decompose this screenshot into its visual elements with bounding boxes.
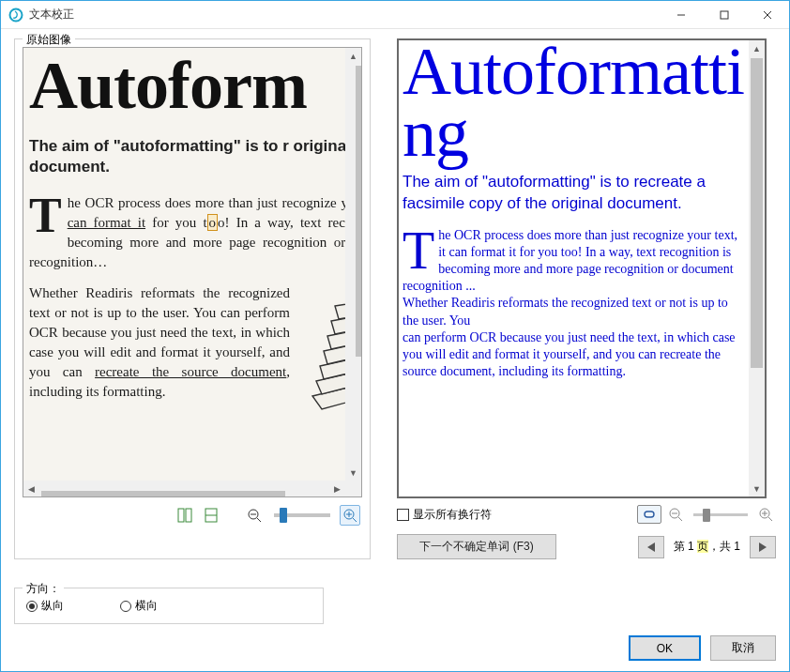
ocr-text-viewer[interactable]: Autoformatting The aim of "autoformattin…	[397, 38, 767, 498]
prev-page-button[interactable]	[638, 536, 664, 558]
scroll-up-icon[interactable]: ▲	[749, 40, 765, 56]
zoom-in-button[interactable]	[340, 505, 360, 526]
original-image-group: 原始图像 Autoform The aim of "autoformatting…	[14, 38, 371, 559]
dialog-footer: OK 取消	[14, 624, 776, 661]
svg-line-11	[257, 518, 261, 522]
app-logo-icon	[8, 8, 23, 23]
show-linebreaks-label: 显示所有换行符	[413, 507, 492, 523]
svg-marker-24	[759, 542, 767, 552]
zoom-in-button[interactable]	[755, 504, 776, 525]
orientation-group: 方向： 纵向 横向	[14, 588, 324, 624]
ocr-paragraph-1[interactable]: The OCR process does more than just reco…	[403, 227, 745, 296]
orientation-portrait-radio[interactable]: 纵向	[26, 598, 64, 614]
svg-point-0	[10, 8, 23, 21]
scroll-thumb[interactable]	[41, 491, 285, 498]
scan-horizontal-scrollbar[interactable]: ◀ ▶	[23, 481, 345, 496]
scan-heading: Autoform	[29, 53, 345, 117]
ocr-options-toolbar: 显示所有换行符	[397, 504, 776, 525]
original-image-label: 原始图像	[23, 32, 75, 48]
zoom-out-button[interactable]	[244, 505, 265, 526]
scan-vertical-scrollbar[interactable]: ▲ ▼	[345, 48, 361, 481]
fit-page-button[interactable]	[201, 505, 221, 526]
zoom-slider-handle[interactable]	[703, 509, 710, 522]
zoom-out-button[interactable]	[665, 504, 686, 525]
svg-line-15	[353, 518, 357, 522]
ocr-vertical-scrollbar[interactable]: ▲ ▼	[749, 40, 765, 496]
maximize-button[interactable]	[703, 1, 746, 29]
window-title: 文本校正	[29, 7, 74, 23]
radio-icon[interactable]	[26, 601, 38, 612]
next-page-button[interactable]	[750, 536, 776, 558]
scroll-down-icon[interactable]: ▼	[345, 465, 361, 481]
ocr-text-content[interactable]: Autoformatting The aim of "autoformattin…	[403, 40, 745, 380]
ocr-nav-toolbar: 下一个不确定单词 (F3) 第 1 页，共 1	[397, 534, 776, 559]
ocr-paragraph-3[interactable]: can perform OCR because you just need th…	[403, 329, 745, 381]
orientation-portrait-label: 纵向	[41, 598, 64, 614]
orientation-label: 方向：	[23, 581, 64, 597]
fit-split-button[interactable]	[175, 505, 195, 526]
zoom-slider-handle[interactable]	[280, 508, 287, 523]
show-linebreaks-checkbox[interactable]: 显示所有换行符	[397, 507, 492, 523]
ok-button[interactable]: OK	[629, 635, 701, 661]
checkbox-icon[interactable]	[397, 509, 409, 521]
scroll-up-icon[interactable]: ▲	[345, 48, 361, 64]
scan-paragraph-2: Whether Readiris reformats the recognize…	[29, 283, 345, 402]
svg-rect-2	[721, 11, 728, 19]
scroll-right-icon[interactable]: ▶	[329, 481, 345, 496]
minimize-button[interactable]	[660, 1, 703, 29]
scroll-thumb[interactable]	[356, 66, 363, 357]
scanned-page: Autoform The aim of "autoformatting" is …	[23, 48, 345, 419]
books-illustration-icon	[296, 283, 345, 415]
orientation-landscape-label: 横向	[135, 598, 158, 614]
page-indicator: 第 1 页，共 1	[674, 539, 740, 555]
next-uncertain-word-button[interactable]: 下一个不确定单词 (F3)	[397, 534, 556, 559]
radio-icon[interactable]	[120, 601, 131, 612]
svg-rect-5	[178, 509, 184, 522]
ocr-subheading[interactable]: The aim of "autoformatting" is to recrea…	[403, 172, 745, 213]
scan-subheading: The aim of "autoformatting" is to r orig…	[29, 136, 345, 177]
zoom-slider[interactable]	[274, 513, 330, 517]
ocr-heading[interactable]: Autoformatting	[403, 40, 745, 164]
original-image-viewer[interactable]: Autoform The aim of "autoformatting" is …	[23, 47, 362, 497]
orientation-landscape-radio[interactable]: 横向	[120, 598, 158, 614]
scroll-down-icon[interactable]: ▼	[749, 481, 765, 496]
ocr-paragraph-2[interactable]: Whether Readiris reformats the recognize…	[403, 295, 745, 328]
svg-marker-23	[647, 542, 655, 552]
titlebar: 文本校正	[1, 1, 789, 29]
link-zoom-button[interactable]	[637, 505, 661, 524]
svg-line-18	[678, 517, 682, 521]
scroll-left-icon[interactable]: ◀	[23, 481, 39, 496]
close-button[interactable]	[746, 1, 789, 29]
svg-rect-6	[186, 509, 191, 522]
zoom-slider[interactable]	[693, 513, 748, 516]
scan-paragraph-1: The OCR process does more than just reco…	[29, 193, 345, 272]
cancel-button[interactable]: 取消	[710, 635, 776, 661]
scroll-thumb[interactable]	[751, 58, 763, 368]
ocr-uncertain-char: o	[207, 214, 219, 231]
svg-line-22	[768, 517, 772, 521]
original-image-toolbar	[23, 505, 362, 526]
